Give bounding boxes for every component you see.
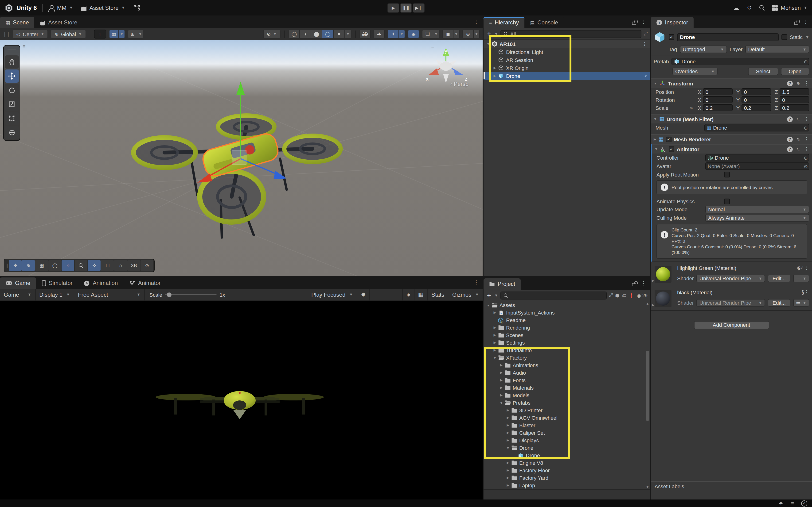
expander-closed-icon[interactable]: ▶ <box>492 333 498 337</box>
search-overlay-icon[interactable] <box>75 260 88 271</box>
expander-open-icon[interactable]: ▼ <box>499 401 504 404</box>
tree-item-rendering[interactable]: ▶Rendering <box>484 324 644 331</box>
tree-item-drone[interactable]: Drone <box>484 452 644 459</box>
component-menu-icon[interactable]: ⋮ <box>804 80 809 87</box>
update-mode-dropdown[interactable]: Normal▼ <box>705 206 809 213</box>
game-viewport[interactable] <box>0 301 483 500</box>
warning-filter-icon[interactable]: ❗ <box>629 293 635 298</box>
expander-open-icon[interactable]: ▼ <box>654 82 657 85</box>
draw-mode-dropdown[interactable]: ⊘▼ <box>263 30 281 39</box>
tab-game[interactable]: Game <box>0 277 36 289</box>
expander-closed-icon[interactable]: ▶ <box>654 137 656 141</box>
scale-tool[interactable] <box>5 98 19 111</box>
cloud-icon[interactable]: ☁ <box>733 4 740 11</box>
overlay-handle[interactable]: ❙ <box>5 263 9 268</box>
gizmos-icon[interactable]: ⊕ <box>462 30 474 39</box>
tab-animation[interactable]: Animation <box>78 277 123 289</box>
grid-visibility-dropdown[interactable]: ▼ <box>138 30 144 39</box>
compass-overlay-icon[interactable]: ⊘ <box>141 260 153 271</box>
aspect-dropdown[interactable]: Free Aspect▼ <box>74 289 145 300</box>
play-button[interactable]: ▶ <box>388 3 399 12</box>
tree-item-3d-printer[interactable]: ▶3D Printer <box>484 406 644 414</box>
expander-closed-icon[interactable]: ▶ <box>499 386 504 390</box>
open-button[interactable]: Open <box>781 68 809 75</box>
scale-y-field[interactable]: 0.2 <box>742 104 771 111</box>
controller-object-field[interactable]: Drone ⊙ <box>705 154 809 162</box>
toolstrip-handle[interactable]: ———— <box>7 47 16 54</box>
expander-closed-icon[interactable]: ▶ <box>505 476 511 480</box>
expander-closed-icon[interactable]: ▶ <box>492 66 498 70</box>
scrollbar-thumb[interactable] <box>646 351 649 421</box>
gizmos-dropdown[interactable]: Gizmos▼ <box>448 289 483 300</box>
tool-handle-position-dropdown[interactable]: ◎ Center ▼ <box>13 30 48 39</box>
help-icon[interactable]: ? <box>798 266 800 270</box>
expander-closed-icon[interactable]: ▶ <box>505 424 511 427</box>
row-chevron-icon[interactable]: > <box>644 73 647 78</box>
preset-icon[interactable]: ⚟ <box>797 81 800 86</box>
select-button[interactable]: Select <box>748 68 778 75</box>
pause-button[interactable]: ❚❚ <box>400 3 412 12</box>
component-menu-icon[interactable]: ⋮ <box>804 136 809 142</box>
tree-item-models[interactable]: ▶Models <box>484 392 644 399</box>
lock-icon[interactable] <box>632 283 636 286</box>
tab-scene[interactable]: ▦ Scene <box>0 17 35 28</box>
preset-icon[interactable]: ⚟ <box>800 266 804 270</box>
tree-item-materials[interactable]: ▶Materials <box>484 384 644 392</box>
tree-item-caliper-set[interactable]: ▶Caliper Set <box>484 429 644 437</box>
transform-tool[interactable] <box>5 126 19 139</box>
shaded-icon[interactable]: ⬤ <box>311 30 322 39</box>
project-searchbox[interactable] <box>500 291 607 299</box>
position-y-field[interactable]: 0 <box>742 88 771 95</box>
position-x-field[interactable]: 0 <box>703 88 732 95</box>
rotate-tool[interactable] <box>5 83 19 97</box>
panel-menu-icon[interactable]: ⋮ <box>641 19 646 25</box>
debug-bug-icon[interactable]: ✸ <box>334 30 345 39</box>
expander-closed-icon[interactable]: ▶ <box>505 468 511 472</box>
tree-item-assets[interactable]: ▼Assets <box>484 301 644 309</box>
expander-closed-icon[interactable]: ▶ <box>499 363 504 367</box>
animate-physics-checkbox[interactable] <box>724 199 730 204</box>
component-menu-icon[interactable]: ⋮ <box>804 265 809 270</box>
panel-menu-icon[interactable]: ⋮ <box>641 280 646 286</box>
snap-move-icon[interactable]: ✛ <box>88 260 101 271</box>
random-dice-icon[interactable]: ⁘ <box>62 260 74 271</box>
expander-open-icon[interactable]: ▼ <box>654 117 657 121</box>
tree-item-xr-origin[interactable]: ▶XR Origin <box>484 64 650 72</box>
mesh-filter-header[interactable]: ▼ ▦ Drone (Mesh Filter) ?⚟⋮ <box>651 114 812 123</box>
scene-visibility-eye-icon[interactable]: ◉ <box>408 30 419 39</box>
expander-closed-icon[interactable]: ▶ <box>505 416 511 420</box>
tab-simulator[interactable]: Simulator <box>36 277 78 289</box>
shader-dropdown[interactable]: Universal Render Pipe▼ <box>697 299 765 306</box>
tree-item-inputsystem-actions[interactable]: ▶ϟInputSystem_Actions <box>484 309 644 317</box>
scroll-up-icon[interactable]: ▲ <box>645 302 650 305</box>
open-new-window-icon[interactable]: ⤢ <box>609 292 613 298</box>
project-search-input[interactable] <box>510 292 604 298</box>
collab-layers-icon[interactable]: ≋ <box>790 500 796 506</box>
enabled-checkbox[interactable]: ✓ <box>669 146 674 152</box>
culling-mode-dropdown[interactable]: Always Animate▼ <box>705 214 809 222</box>
create-button[interactable]: ＋ <box>486 291 492 299</box>
grid-off-icon[interactable]: ▦ <box>36 260 48 271</box>
expander-open-icon[interactable]: ▼ <box>492 356 498 359</box>
wireframe-icon[interactable]: ◯ <box>289 30 300 39</box>
xb-button[interactable]: XB <box>128 260 140 271</box>
enabled-checkbox[interactable]: ✓ <box>666 136 671 142</box>
shaded-wireframe-icon[interactable]: ◑ <box>300 30 311 39</box>
move-overlay-icon[interactable]: ✥ <box>9 260 22 271</box>
preset-icon[interactable]: ⚟ <box>797 137 800 142</box>
label-filter-icon[interactable]: 🏷 <box>622 293 626 298</box>
history-icon[interactable]: ↺ <box>747 4 752 11</box>
version-control-button[interactable] <box>134 5 141 11</box>
tree-item-drone[interactable]: ▶Drone> <box>484 72 650 80</box>
position-z-field[interactable]: 1.5 <box>780 88 809 95</box>
stats-button[interactable]: Stats <box>427 289 448 300</box>
object-picker-icon[interactable]: ⊙ <box>804 125 808 130</box>
rotation-z-field[interactable]: 0 <box>780 96 809 103</box>
package-filter-icon[interactable]: ⬢ <box>615 293 619 298</box>
tab-inspector[interactable]: i Inspector <box>651 17 694 28</box>
hand-tool[interactable] <box>5 55 19 68</box>
camera-dropdown[interactable]: ▼ <box>453 30 460 39</box>
expander-closed-icon[interactable]: ▶ <box>499 378 504 382</box>
tab-console[interactable]: ▤ Console <box>524 17 564 28</box>
debug-dropdown[interactable]: ▼ <box>345 30 352 39</box>
